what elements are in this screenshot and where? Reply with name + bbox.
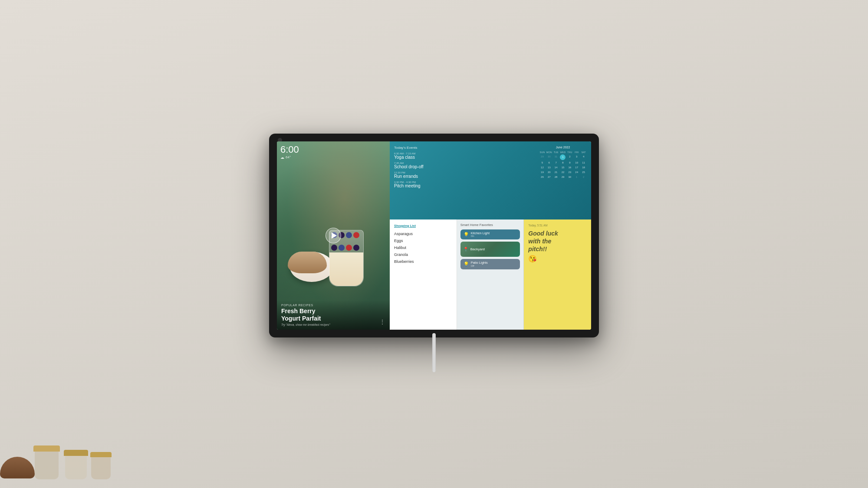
kitchen-light-card[interactable]: 💡 Kitchen Light On xyxy=(460,229,520,240)
power-cable xyxy=(432,333,436,372)
berry-5 xyxy=(331,245,337,251)
events-section: Today's Events 6:30 AM - 7:15 AM Yoga cl… xyxy=(394,146,536,215)
shopping-item-4[interactable]: Granola xyxy=(394,251,452,258)
shopping-list-title: Shopping List xyxy=(394,224,452,228)
patio-lights-name: Patio Lights xyxy=(471,261,517,265)
calendar-grid: SUN MON TUE WED THU FRI SAT 29 30 31 1 2… xyxy=(539,151,587,179)
play-button[interactable] xyxy=(326,228,341,243)
cal-day-26[interactable]: 26 xyxy=(539,175,546,179)
cal-day-8[interactable]: 8 xyxy=(560,160,566,165)
cal-day-18[interactable]: 18 xyxy=(580,165,587,170)
cal-day-14[interactable]: 14 xyxy=(553,165,559,170)
event-4-name: Pitch meeting xyxy=(394,183,536,188)
calendar-events-panel: Today's Events 6:30 AM - 7:15 AM Yoga cl… xyxy=(390,141,591,219)
cal-header-thu: THU xyxy=(566,151,573,154)
jar-2 xyxy=(65,453,87,479)
cal-header-fri: FRI xyxy=(573,151,580,154)
cal-day-12[interactable]: 12 xyxy=(539,165,546,170)
cal-day-10[interactable]: 10 xyxy=(573,160,580,165)
smarthome-panel: Smart Home Favorites 💡 Kitchen Light On … xyxy=(457,219,524,330)
jar-3 xyxy=(91,455,111,479)
shopping-item-1[interactable]: Asparagus xyxy=(394,230,452,237)
shopping-item-3[interactable]: Halibut xyxy=(394,244,452,251)
cal-day-24[interactable]: 24 xyxy=(573,170,580,174)
cal-day-17[interactable]: 17 xyxy=(573,165,580,170)
cal-day-2[interactable]: 2 xyxy=(566,154,573,160)
cal-day-6[interactable]: 6 xyxy=(546,160,552,165)
note-timestamp: Today, 5:51 AM xyxy=(528,224,587,227)
cal-day-16[interactable]: 16 xyxy=(566,165,573,170)
cal-day-25[interactable]: 25 xyxy=(580,170,587,174)
smarthome-title: Smart Home Favorites xyxy=(460,223,520,227)
bread-item xyxy=(0,457,35,478)
jar-3-lid xyxy=(90,452,112,457)
cal-header-sat: SAT xyxy=(580,151,587,154)
cal-day-31-may: 31 xyxy=(553,154,559,160)
cal-day-13[interactable]: 13 xyxy=(546,165,552,170)
cal-day-5[interactable]: 5 xyxy=(539,160,546,165)
cal-day-7[interactable]: 7 xyxy=(553,160,559,165)
cal-day-15[interactable]: 15 xyxy=(560,165,566,170)
cal-header-tue: TUE xyxy=(553,151,559,154)
cal-day-1-jul: 1 xyxy=(573,175,580,179)
cal-day-4[interactable]: 4 xyxy=(580,154,587,160)
event-4[interactable]: 3:30 PM - 4:30 PM Pitch meeting xyxy=(394,181,536,188)
time-weather-widget: 6:00 ☁ 64° xyxy=(280,145,299,160)
bowl-food xyxy=(288,252,327,273)
pin-icon: 📍 xyxy=(463,247,468,252)
kitchen-light-info: Kitchen Light On xyxy=(471,232,517,238)
cal-day-19[interactable]: 19 xyxy=(539,170,546,174)
more-options-icon[interactable]: ⋮ xyxy=(379,318,385,325)
food-visual xyxy=(294,150,381,286)
note-emoji: 😘 xyxy=(528,255,587,263)
events-title: Today's Events xyxy=(394,146,536,150)
backyard-image: 📍 Backyard xyxy=(460,242,520,257)
cal-day-2-jul: 2 xyxy=(580,175,587,179)
jar-1-lid xyxy=(33,445,60,452)
shopping-list-panel: Shopping List Asparagus Eggs Halibut Gra… xyxy=(390,219,457,330)
jar-2-lid xyxy=(64,450,88,456)
cal-day-30[interactable]: 30 xyxy=(566,175,573,179)
hero-overlay: Popular Recipes Fresh BerryYogurt Parfai… xyxy=(277,300,390,330)
play-triangle-icon xyxy=(332,233,337,239)
mini-calendar[interactable]: June 2022 SUN MON TUE WED THU FRI SAT 29… xyxy=(539,146,587,215)
cal-day-9[interactable]: 9 xyxy=(566,160,573,165)
backyard-card[interactable]: 📍 Backyard xyxy=(460,242,520,257)
bowl xyxy=(290,252,333,282)
berry-4 xyxy=(353,232,359,238)
weather-display: ☁ 64° xyxy=(280,155,299,160)
note-panel: Today, 5:51 AM Good luckwith thepitch!! … xyxy=(524,219,591,330)
backyard-label: Backyard xyxy=(470,247,485,251)
cal-day-22[interactable]: 22 xyxy=(560,170,566,174)
cal-day-1-today[interactable]: 1 xyxy=(560,154,566,160)
cal-day-21[interactable]: 21 xyxy=(553,170,559,174)
berry-8 xyxy=(353,245,359,251)
event-3-name: Run errands xyxy=(394,174,536,179)
patio-lights-icon: 💡 xyxy=(464,262,469,266)
cal-day-28[interactable]: 28 xyxy=(553,175,559,179)
current-time: 6:00 xyxy=(280,145,299,154)
cal-day-30-may: 30 xyxy=(546,154,552,160)
event-3[interactable]: 12:30 PM Run errands xyxy=(394,171,536,179)
shopping-item-5[interactable]: Blueberries xyxy=(394,258,452,265)
event-1[interactable]: 6:30 AM - 7:15 AM Yoga class xyxy=(394,152,536,160)
glass-yogurt xyxy=(329,252,363,286)
cal-day-23[interactable]: 23 xyxy=(566,170,573,174)
cal-day-27[interactable]: 27 xyxy=(546,175,552,179)
berry-7 xyxy=(346,245,352,251)
kitchen-light-status: On xyxy=(471,235,517,237)
shopping-item-2[interactable]: Eggs xyxy=(394,237,452,244)
event-2[interactable]: 7:45 AM School drop-off xyxy=(394,162,536,169)
hero-recipe-panel[interactable]: 6:00 ☁ 64° Popular Recipes Fresh BerryYo… xyxy=(277,141,390,330)
cal-day-29-jun[interactable]: 29 xyxy=(560,175,566,179)
cal-day-11[interactable]: 11 xyxy=(580,160,587,165)
recipe-title: Fresh BerryYogurt Parfait xyxy=(281,308,385,322)
cal-day-20[interactable]: 20 xyxy=(546,170,552,174)
cal-day-3[interactable]: 3 xyxy=(573,154,580,160)
note-text: Good luckwith thepitch!! xyxy=(528,229,587,253)
patio-lights-card[interactable]: 💡 Patio Lights Off xyxy=(460,259,520,269)
event-2-name: School drop-off xyxy=(394,164,536,169)
recipe-subtitle: Try "Alexa, show me breakfast recipes" xyxy=(281,323,385,326)
berry-6 xyxy=(339,245,345,251)
patio-lights-status: Off xyxy=(471,265,517,267)
